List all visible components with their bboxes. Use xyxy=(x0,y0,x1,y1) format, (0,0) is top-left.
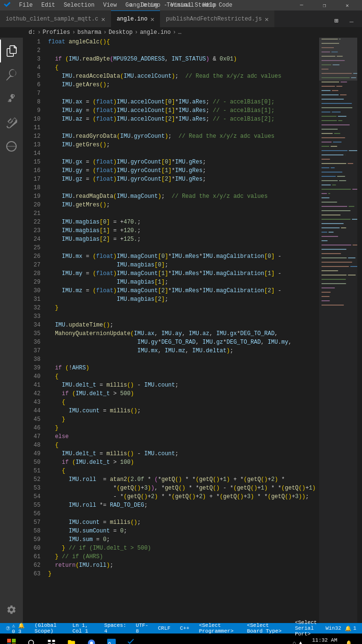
task-view-icon xyxy=(47,639,56,644)
breadcrumb-sep4: › xyxy=(134,29,138,36)
spaces-text: Spaces: 4 xyxy=(104,623,126,634)
minimize-button[interactable]: ─ xyxy=(291,0,312,10)
tab-angle-close[interactable]: ✕ xyxy=(151,15,154,23)
line-number-31: 31 xyxy=(23,295,40,304)
status-bar: ⑦ ⚠ 0 🔔 3 (Global Scope) Ln 1, Col 1 Spa… xyxy=(0,623,362,634)
line-number-48: 48 xyxy=(23,441,40,450)
line-number-25: 25 xyxy=(23,244,40,252)
breadcrumb-ellipsis[interactable]: … xyxy=(178,29,181,36)
explorer-icon[interactable] xyxy=(0,40,23,62)
menu-view[interactable]: View xyxy=(99,1,121,10)
tab-iothub[interactable]: iothub_client_sample_mqtt.c ✕ xyxy=(0,10,111,27)
menu-edit[interactable]: Edit xyxy=(38,1,59,10)
status-scope[interactable]: (Global Scope) xyxy=(33,623,65,634)
code-line-59: IMU.sum = 0; xyxy=(48,535,319,544)
line-number-44: 44 xyxy=(23,407,40,415)
code-line-43: { xyxy=(48,398,319,407)
code-line-54: - *(getQ()+2) * *(getQ()+2) + *(getQ()+3… xyxy=(48,492,319,501)
line-number-43: 43 xyxy=(23,398,40,407)
line-number-38: 38 xyxy=(23,355,40,364)
code-line-27: IMU.magbias[0]; xyxy=(48,261,319,269)
code-line-5: IMU.readAccelData(IMU.accelCount); // Re… xyxy=(48,72,319,81)
status-platform[interactable]: Win32 xyxy=(323,623,343,634)
code-line-18 xyxy=(48,184,319,192)
search-icon[interactable] xyxy=(0,63,23,86)
breadcrumb-bsharma[interactable]: bsharma xyxy=(77,29,101,36)
remote-icon[interactable] xyxy=(0,135,23,158)
status-eol[interactable]: CRLF xyxy=(156,623,172,634)
code-line-57: IMU.count = millis(); xyxy=(48,518,319,527)
breadcrumb-desktop[interactable]: Desktop xyxy=(109,29,132,36)
code-line-49: IMU.delt_t = millis() - IMU.count; xyxy=(48,450,319,458)
code-line-48: { xyxy=(48,441,319,450)
status-board[interactable]: <Select Board Type> xyxy=(245,623,287,634)
tab-publish[interactable]: publishAndFetchRestricted.js ✕ xyxy=(160,10,274,27)
code-line-50: if (IMU.delt_t > 100) xyxy=(48,458,319,467)
vscode-icon xyxy=(4,1,11,9)
notify-count: 1 xyxy=(353,625,356,631)
line-number-3: 3 xyxy=(23,55,40,63)
code-line-8: IMU.ax = (float)IMU.accelCount[0]*IMU.aR… xyxy=(48,98,319,106)
breadcrumb-profiles[interactable]: Profiles xyxy=(43,29,70,36)
tab-angle[interactable]: angle.ino ✕ xyxy=(111,10,160,27)
line-number-49: 49 xyxy=(23,450,40,458)
line-number-18: 18 xyxy=(23,184,40,192)
taskbar-vscode[interactable] xyxy=(122,634,141,644)
line-number-36: 36 xyxy=(23,338,40,347)
line-number-17: 17 xyxy=(23,175,40,184)
tab-bar: iothub_client_sample_mqtt.c ✕ angle.ino … xyxy=(0,10,362,27)
breadcrumb-d[interactable]: d: xyxy=(29,29,35,36)
code-editor[interactable]: float angleCalc(){ if (IMU.readByte(MPU9… xyxy=(44,38,319,623)
status-spaces[interactable]: Spaces: 4 xyxy=(102,623,128,634)
tab-publish-close[interactable]: ✕ xyxy=(265,15,269,23)
status-position[interactable]: Ln 1, Col 1 xyxy=(70,623,97,634)
taskbar-notification[interactable]: 🔔 xyxy=(339,634,358,644)
breadcrumb: d: › Profiles › bsharma › Desktop › angl… xyxy=(0,27,362,38)
extensions-icon[interactable] xyxy=(0,111,23,134)
more-actions-button[interactable]: … xyxy=(345,14,358,27)
close-button[interactable]: ✕ xyxy=(336,0,358,10)
scrollbar[interactable] xyxy=(357,38,362,623)
taskbar-taskview[interactable] xyxy=(42,634,61,644)
line-number-7: 7 xyxy=(23,89,40,98)
line-number-1: 1 xyxy=(23,38,40,46)
code-line-33 xyxy=(48,312,319,321)
taskbar-vscode-icon xyxy=(127,638,136,644)
titlebar: File Edit Selection View Go Debug Termin… xyxy=(0,0,362,10)
status-serial[interactable]: <Select Serial Port> xyxy=(293,623,323,634)
status-notify[interactable]: 🔔 1 xyxy=(343,623,358,634)
status-encoding[interactable]: UTF-8 xyxy=(134,623,150,634)
code-line-15: IMU.gx = (float)IMU.gyroCount[0]*IMU.gRe… xyxy=(48,158,319,166)
menu-selection[interactable]: Selection xyxy=(60,1,99,10)
source-control-icon[interactable] xyxy=(0,87,23,110)
taskbar-start[interactable] xyxy=(2,634,21,644)
breadcrumb-angle[interactable]: angle.ino xyxy=(140,29,171,36)
code-line-1: float angleCalc(){ xyxy=(48,38,319,46)
line-number-46: 46 xyxy=(23,424,40,432)
maximize-button[interactable]: ❐ xyxy=(313,0,335,10)
line-number-2: 2 xyxy=(23,46,40,55)
status-git[interactable]: ⑦ ⚠ 0 🔔 3 xyxy=(4,623,27,634)
code-line-17: IMU.gz = (float)IMU.gyroCount[2]*IMU.gRe… xyxy=(48,175,319,184)
menu-file[interactable]: File xyxy=(15,1,37,10)
taskbar-search[interactable] xyxy=(22,634,41,644)
status-language[interactable]: C++ xyxy=(178,623,191,634)
taskbar-file-explorer[interactable] xyxy=(62,634,81,644)
taskbar-outlook[interactable]: O xyxy=(102,634,121,644)
taskbar-systray[interactable]: ⌂ ▲ xyxy=(288,634,307,644)
line-number-12: 12 xyxy=(23,132,40,141)
line-number-59: 59 xyxy=(23,535,40,544)
windows-icon xyxy=(7,639,16,644)
tab-iothub-close[interactable]: ✕ xyxy=(101,15,105,23)
split-editor-button[interactable]: ⊞ xyxy=(330,14,343,27)
status-programmer[interactable]: <Select Programmer> xyxy=(197,623,240,634)
notify-icon: 🔔 xyxy=(345,625,352,632)
taskbar-chrome[interactable] xyxy=(82,634,101,644)
tab-actions: ⊞ … xyxy=(330,14,362,27)
settings-icon[interactable] xyxy=(0,598,23,621)
line-number-55: 55 xyxy=(23,501,40,510)
code-line-39: if (!AHRS) xyxy=(48,364,319,372)
code-line-29: IMU.magbias[1]; xyxy=(48,278,319,286)
line-number-37: 37 xyxy=(23,347,40,355)
line-number-62: 62 xyxy=(23,561,40,570)
